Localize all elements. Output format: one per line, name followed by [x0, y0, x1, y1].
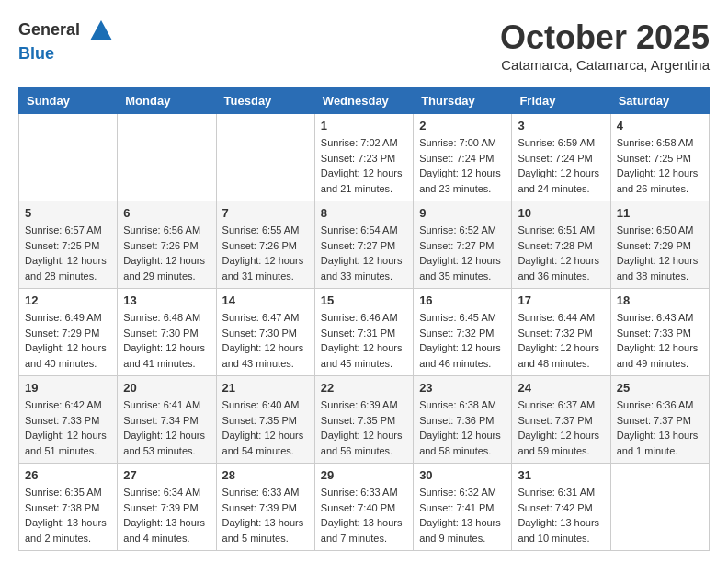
table-row: 24Sunrise: 6:37 AMSunset: 7:37 PMDayligh…: [512, 376, 610, 464]
table-row: 9Sunrise: 6:52 AMSunset: 7:27 PMDaylight…: [414, 201, 512, 289]
logo: General Blue: [18, 18, 114, 63]
day-info-line: and 51 minutes.: [25, 445, 97, 456]
table-row: 30Sunrise: 6:32 AMSunset: 7:41 PMDayligh…: [414, 464, 512, 551]
day-info-line: Sunrise: 6:34 AM: [123, 487, 200, 498]
day-info: Sunrise: 7:02 AMSunset: 7:23 PMDaylight:…: [321, 135, 407, 196]
day-info-line: and 10 minutes.: [518, 533, 589, 544]
day-info: Sunrise: 6:36 AMSunset: 7:37 PMDaylight:…: [617, 397, 703, 458]
day-info-line: Sunset: 7:39 PM: [222, 502, 297, 513]
day-info-line: Sunrise: 6:57 AM: [25, 224, 102, 236]
day-number: 19: [25, 381, 111, 395]
day-info-line: Sunrise: 6:38 AM: [419, 399, 496, 410]
day-info-line: and 28 minutes.: [25, 270, 97, 282]
day-info: Sunrise: 6:44 AMSunset: 7:32 PMDaylight:…: [518, 310, 604, 371]
day-info-line: Daylight: 13 hours: [222, 517, 304, 528]
title-area: October 2025 Catamarca, Catamarca, Argen…: [500, 18, 710, 73]
day-info-line: Sunrise: 6:36 AM: [617, 399, 694, 410]
day-number: 25: [617, 381, 703, 395]
day-info-line: Daylight: 12 hours: [321, 167, 403, 178]
day-info-line: Sunset: 7:29 PM: [25, 327, 99, 339]
day-info-line: Sunrise: 6:33 AM: [321, 487, 398, 498]
day-number: 24: [518, 381, 604, 395]
day-info-line: Daylight: 12 hours: [419, 167, 501, 178]
day-info-line: Sunset: 7:40 PM: [321, 502, 395, 513]
day-info-line: Daylight: 12 hours: [222, 342, 304, 353]
table-row: 3Sunrise: 6:59 AMSunset: 7:24 PMDaylight…: [512, 114, 610, 201]
table-row: 20Sunrise: 6:41 AMSunset: 7:34 PMDayligh…: [118, 376, 216, 464]
day-number: 3: [518, 119, 604, 132]
day-info: Sunrise: 6:32 AMSunset: 7:41 PMDaylight:…: [419, 485, 506, 546]
day-number: 7: [222, 206, 309, 220]
day-info: Sunrise: 6:41 AMSunset: 7:34 PMDaylight:…: [123, 397, 210, 458]
day-number: 1: [321, 119, 407, 132]
table-row: 26Sunrise: 6:35 AMSunset: 7:38 PMDayligh…: [19, 464, 118, 551]
day-info-line: Sunrise: 6:47 AM: [222, 312, 300, 323]
header-monday: Monday: [118, 88, 216, 114]
month-title: October 2025: [500, 18, 710, 57]
day-info: Sunrise: 6:45 AMSunset: 7:32 PMDaylight:…: [419, 310, 506, 371]
table-row: 16Sunrise: 6:45 AMSunset: 7:32 PMDayligh…: [414, 289, 512, 376]
table-row: 5Sunrise: 6:57 AMSunset: 7:25 PMDaylight…: [19, 201, 118, 289]
day-info-line: Daylight: 12 hours: [222, 255, 304, 266]
day-info-line: Sunset: 7:36 PM: [419, 415, 494, 426]
day-info-line: and 56 minutes.: [321, 445, 392, 456]
day-info-line: and 45 minutes.: [321, 358, 392, 369]
day-info-line: Sunrise: 7:02 AM: [321, 137, 398, 148]
day-info-line: Sunset: 7:29 PM: [617, 240, 691, 251]
day-info-line: Sunrise: 6:40 AM: [222, 399, 300, 410]
day-info-line: and 41 minutes.: [123, 358, 195, 369]
day-info-line: and 9 minutes.: [419, 533, 485, 544]
day-info-line: Daylight: 12 hours: [419, 430, 501, 441]
day-info-line: Sunrise: 6:52 AM: [419, 224, 496, 236]
day-info-line: Daylight: 12 hours: [25, 430, 107, 441]
day-number: 10: [518, 206, 604, 220]
day-info-line: Sunrise: 6:41 AM: [123, 399, 200, 410]
table-row: [19, 114, 118, 201]
table-row: 1Sunrise: 7:02 AMSunset: 7:23 PMDaylight…: [314, 114, 413, 201]
day-info-line: Sunrise: 6:33 AM: [222, 487, 300, 498]
day-info-line: and 48 minutes.: [518, 358, 589, 369]
day-info-line: Daylight: 12 hours: [617, 167, 699, 178]
day-info-line: and 24 minutes.: [518, 183, 589, 194]
table-row: 7Sunrise: 6:55 AMSunset: 7:26 PMDaylight…: [216, 201, 314, 289]
day-info-line: Sunset: 7:37 PM: [518, 415, 592, 426]
day-info-line: Sunset: 7:27 PM: [419, 240, 494, 251]
day-info-line: Sunset: 7:42 PM: [518, 502, 592, 513]
day-info-line: and 21 minutes.: [321, 183, 392, 194]
day-info-line: Daylight: 12 hours: [321, 342, 403, 353]
day-number: 30: [419, 468, 506, 482]
day-info-line: Sunset: 7:30 PM: [123, 327, 198, 339]
day-info-line: and 33 minutes.: [321, 270, 392, 282]
day-info-line: and 23 minutes.: [419, 183, 491, 194]
day-info: Sunrise: 6:59 AMSunset: 7:24 PMDaylight:…: [518, 135, 604, 196]
header-sunday: Sunday: [19, 88, 118, 114]
day-info-line: Daylight: 12 hours: [222, 430, 304, 441]
day-info-line: Daylight: 13 hours: [617, 430, 699, 441]
calendar-header-row: Sunday Monday Tuesday Wednesday Thursday…: [19, 88, 710, 114]
logo-blue: Blue: [18, 44, 54, 63]
table-row: 10Sunrise: 6:51 AMSunset: 7:28 PMDayligh…: [512, 201, 610, 289]
day-info: Sunrise: 6:31 AMSunset: 7:42 PMDaylight:…: [518, 485, 604, 546]
day-number: 31: [518, 468, 604, 482]
day-info-line: and 26 minutes.: [617, 183, 688, 194]
day-info-line: Sunrise: 6:32 AM: [419, 487, 496, 498]
day-info-line: Daylight: 12 hours: [518, 342, 599, 353]
day-info-line: Daylight: 12 hours: [518, 167, 599, 178]
day-info-line: Daylight: 12 hours: [25, 255, 107, 266]
day-info-line: Sunrise: 7:00 AM: [419, 137, 496, 148]
header-thursday: Thursday: [414, 88, 512, 114]
day-info-line: Daylight: 12 hours: [123, 430, 205, 441]
day-info-line: Sunset: 7:33 PM: [25, 415, 99, 426]
day-info: Sunrise: 6:52 AMSunset: 7:27 PMDaylight:…: [419, 223, 506, 283]
day-info-line: Sunset: 7:24 PM: [419, 153, 494, 164]
day-info-line: and 54 minutes.: [222, 445, 294, 456]
day-info-line: Daylight: 12 hours: [419, 255, 501, 266]
day-info-line: Sunrise: 6:46 AM: [321, 312, 398, 323]
day-info: Sunrise: 6:49 AMSunset: 7:29 PMDaylight:…: [25, 310, 111, 371]
table-row: 25Sunrise: 6:36 AMSunset: 7:37 PMDayligh…: [610, 376, 709, 464]
day-info-line: and 31 minutes.: [222, 270, 294, 282]
day-info-line: Sunset: 7:32 PM: [518, 327, 592, 339]
calendar-week-1: 1Sunrise: 7:02 AMSunset: 7:23 PMDaylight…: [19, 114, 710, 201]
day-number: 17: [518, 293, 604, 307]
day-info-line: Daylight: 13 hours: [518, 517, 599, 528]
